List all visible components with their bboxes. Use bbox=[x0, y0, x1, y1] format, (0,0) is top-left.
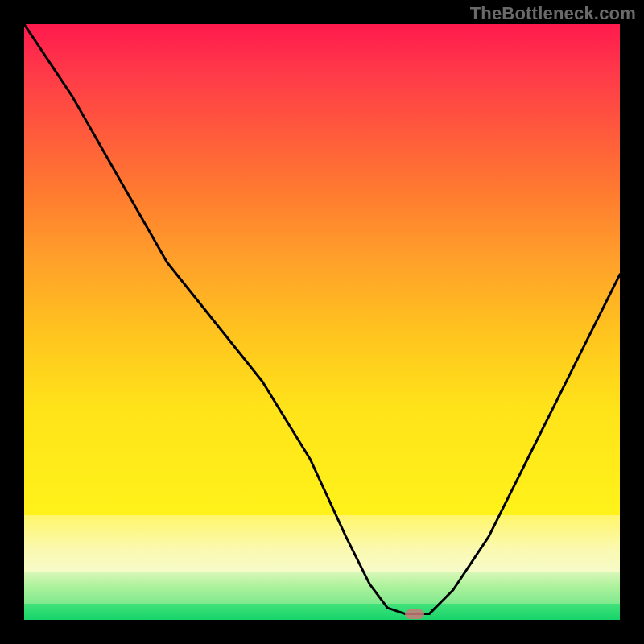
optimal-point-marker bbox=[405, 609, 424, 619]
curve-svg bbox=[24, 24, 620, 620]
bottleneck-curve-path bbox=[24, 24, 620, 614]
chart-frame: TheBottleneck.com bbox=[0, 0, 644, 644]
watermark-text: TheBottleneck.com bbox=[470, 3, 636, 24]
plot-area bbox=[24, 24, 620, 620]
